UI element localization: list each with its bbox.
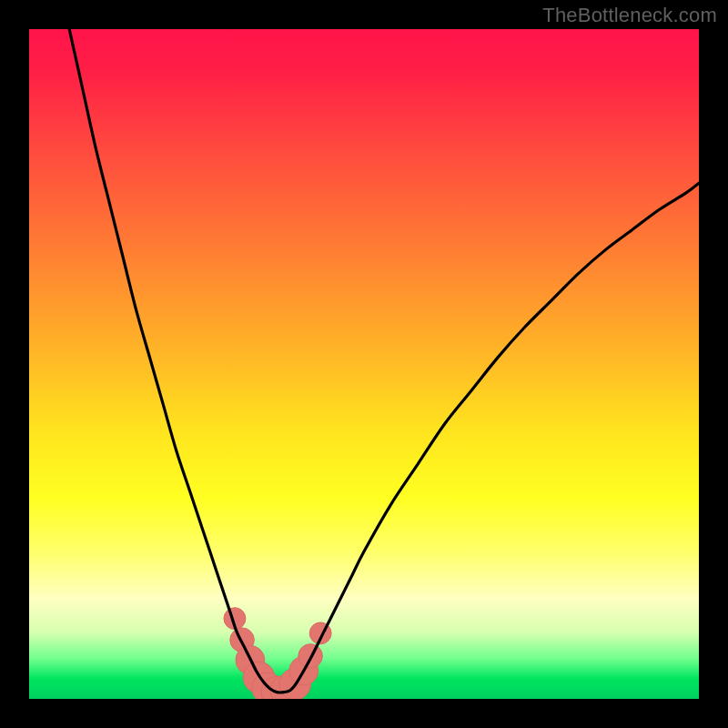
watermark-text: TheBottleneck.com (542, 4, 717, 27)
chart-svg-layer (29, 29, 699, 699)
bottleneck-curve (69, 29, 699, 693)
highlight-markers (224, 608, 331, 699)
chart-frame: TheBottleneck.com (0, 0, 728, 728)
